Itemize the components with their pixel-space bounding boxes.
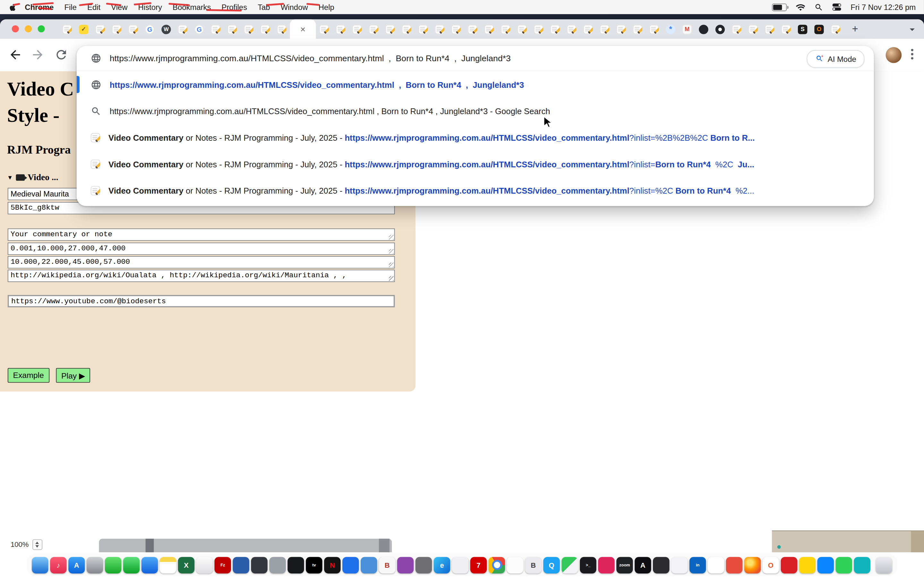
dock-icon-app[interactable] [233, 557, 249, 573]
browser-tab[interactable] [108, 19, 125, 39]
browser-tab[interactable] [208, 19, 224, 39]
browser-tab[interactable] [630, 19, 646, 39]
browser-tab[interactable] [547, 19, 563, 39]
browser-tab[interactable] [59, 19, 75, 39]
dock-icon-edge[interactable]: e [434, 557, 450, 573]
dock-icon-chrome[interactable] [489, 557, 505, 573]
back-button[interactable] [8, 48, 23, 62]
dock-icon-app-store[interactable]: A [68, 557, 85, 573]
browser-tab[interactable] [530, 19, 547, 39]
commentary-textarea[interactable]: Your commentary or note [8, 229, 395, 241]
browser-tab[interactable] [695, 19, 712, 39]
browser-tab[interactable] [497, 19, 514, 39]
omnibox-suggestion[interactable]: https://www.rjmprogramming.com.au/HTMLCS… [77, 71, 874, 98]
channel-url-input[interactable]: https://www.youtube.com/@biodeserts [8, 295, 395, 308]
window-close-button[interactable] [12, 25, 19, 32]
browser-tab[interactable] [399, 19, 415, 39]
end-times-textarea[interactable]: 10.000,22.000,45.000,57.000 [8, 256, 395, 269]
dock-icon-app[interactable] [835, 557, 852, 573]
dock-icon-app[interactable] [726, 557, 742, 573]
ai-mode-chip[interactable]: AI Mode [806, 50, 865, 68]
omnibox-url-text[interactable]: https://www.rjmprogramming.com.au/HTMLCS… [110, 53, 511, 63]
browser-tab[interactable] [382, 19, 398, 39]
browser-tab[interactable] [778, 19, 794, 39]
dock-icon-app[interactable]: Q [543, 557, 559, 573]
omnibox-suggestion[interactable]: Video Commentary or Notes - RJM Programm… [77, 124, 874, 151]
window-minimize-button[interactable] [25, 25, 32, 32]
dock-icon-netflix[interactable]: N [324, 557, 341, 573]
tab-search-icon[interactable] [906, 23, 918, 35]
browser-tab[interactable]: S [795, 19, 811, 39]
dock-icon-facetime[interactable] [123, 557, 140, 573]
active-tab[interactable]: × [290, 19, 316, 39]
dock-icon-podcasts[interactable] [397, 557, 414, 573]
browser-tab[interactable] [333, 19, 349, 39]
browser-tab[interactable] [728, 19, 745, 39]
dock-icon-app[interactable] [415, 557, 432, 573]
omnibox-suggestion[interactable]: Video Commentary or Notes - RJM Programm… [77, 177, 874, 204]
control-center-icon[interactable] [832, 2, 842, 11]
start-times-textarea[interactable]: 0.001,10.000,27.000,47.000 [8, 243, 395, 255]
browser-tab[interactable] [273, 19, 290, 39]
spotlight-icon[interactable] [814, 3, 824, 11]
browser-tab[interactable] [316, 19, 332, 39]
dock-icon-linkedin[interactable]: in [690, 557, 706, 573]
dock-icon-pages[interactable] [196, 557, 213, 573]
dock-icon-app[interactable] [653, 557, 669, 573]
browser-tab[interactable] [240, 19, 257, 39]
browser-tab[interactable]: * [662, 19, 678, 39]
browser-tab[interactable] [257, 19, 273, 39]
dock-icon-messages[interactable] [105, 557, 121, 573]
browser-menu-kebab[interactable] [911, 53, 913, 55]
dock-icon-music[interactable]: ♪ [50, 557, 66, 573]
dock-icon-github[interactable] [288, 557, 304, 573]
browser-tab[interactable] [365, 19, 382, 39]
browser-tab[interactable]: G [191, 19, 207, 39]
browser-tab[interactable] [125, 19, 141, 39]
browser-tab[interactable]: M [679, 19, 695, 39]
forward-button[interactable] [31, 48, 45, 62]
browser-tab[interactable] [613, 19, 629, 39]
dock-icon-mail[interactable] [142, 557, 158, 573]
dock-icon-calculator[interactable] [251, 557, 267, 573]
browser-tab[interactable] [596, 19, 613, 39]
dock-icon-app[interactable] [360, 557, 377, 573]
browser-tab[interactable]: G [142, 19, 158, 39]
browser-tab[interactable] [745, 19, 761, 39]
zoom-stepper[interactable] [32, 539, 42, 550]
tab-close-icon[interactable]: × [300, 25, 305, 34]
menu-bar-clock[interactable]: Fri 7 Nov 12:26 pm [851, 3, 916, 11]
dock-icon-excel[interactable]: X [178, 557, 194, 573]
wifi-icon[interactable] [796, 2, 806, 12]
browser-tab[interactable] [646, 19, 662, 39]
dock-icon-app[interactable] [781, 557, 797, 573]
browser-tab[interactable] [712, 19, 728, 39]
dock-icon-app[interactable] [598, 557, 614, 573]
menu-file[interactable]: File [59, 3, 82, 11]
dock-icon-textedit[interactable] [507, 557, 523, 573]
dock-icon-app[interactable]: A [635, 557, 651, 573]
dock-icon-trash[interactable] [876, 557, 892, 573]
dock-icon-maps[interactable] [561, 557, 578, 573]
dock-icon-apple-tv[interactable]: tv [306, 557, 322, 573]
browser-tab[interactable] [448, 19, 464, 39]
dock-icon-app[interactable] [854, 557, 870, 573]
browser-tab[interactable] [827, 19, 844, 39]
dock-icon-app[interactable] [452, 557, 468, 573]
browser-tab[interactable]: W [158, 19, 174, 39]
dock-icon-settings[interactable] [87, 557, 103, 573]
new-tab-button[interactable]: + [847, 21, 863, 37]
dock-icon-app[interactable]: B [379, 557, 395, 573]
example-button[interactable]: Example [8, 368, 49, 383]
dock-icon-7zip[interactable]: 7 [470, 557, 487, 573]
dock-icon-terminal[interactable]: >_ [580, 557, 596, 573]
browser-tab[interactable] [761, 19, 778, 39]
dock-icon-app[interactable] [799, 557, 816, 573]
dock-icon-opera[interactable]: O [762, 557, 779, 573]
browser-tab[interactable] [481, 19, 497, 39]
dock-icon-notes[interactable] [160, 557, 176, 573]
dock-icon-app[interactable] [342, 557, 359, 573]
dock-icon-app[interactable] [269, 557, 286, 573]
dock-icon-finder[interactable] [32, 557, 48, 573]
zoom-control[interactable]: 100% [11, 539, 42, 550]
